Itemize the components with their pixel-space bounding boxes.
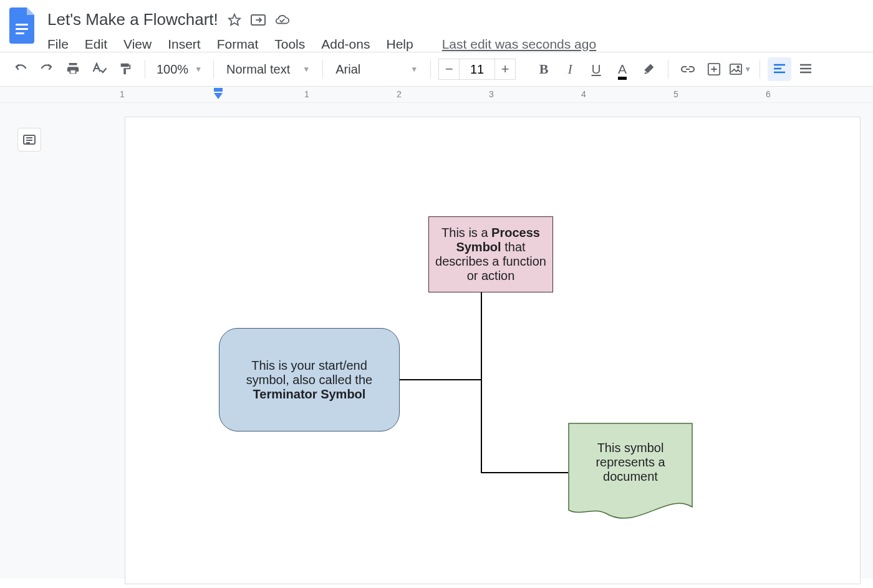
svg-rect-1: [16, 28, 28, 30]
menu-tools[interactable]: Tools: [274, 37, 305, 52]
menu-addons[interactable]: Add-ons: [321, 37, 370, 52]
ruler-label: 1: [120, 89, 125, 99]
text-color-button[interactable]: A: [610, 57, 634, 81]
svg-rect-2: [16, 32, 24, 34]
svg-rect-8: [214, 88, 223, 92]
connector-line: [481, 292, 482, 473]
horizontal-ruler[interactable]: 1 1 2 3 4 5 6: [0, 87, 873, 103]
workspace: This is your start/end symbol, also call…: [0, 103, 873, 579]
undo-button[interactable]: [9, 57, 32, 81]
star-icon[interactable]: [227, 12, 242, 27]
separator: [760, 60, 760, 79]
indent-marker-icon[interactable]: [213, 88, 224, 102]
terminator-shape[interactable]: This is your start/end symbol, also call…: [219, 328, 400, 431]
left-gutter: [0, 103, 125, 579]
align-left-button[interactable]: [768, 57, 791, 81]
font-size-input[interactable]: [460, 59, 494, 80]
zoom-select[interactable]: 100% ▼: [153, 62, 206, 77]
separator: [322, 60, 323, 79]
spellcheck-button[interactable]: [87, 57, 111, 81]
menu-edit[interactable]: Edit: [85, 37, 107, 52]
separator: [668, 60, 668, 79]
chevron-down-icon: ▼: [410, 65, 418, 74]
menu-insert[interactable]: Insert: [168, 37, 201, 52]
insert-image-button[interactable]: ▼: [728, 57, 752, 81]
ruler-label: 3: [489, 89, 494, 99]
font-family-select[interactable]: Arial ▼: [330, 62, 423, 77]
zoom-value: 100%: [157, 62, 188, 77]
menu-view[interactable]: View: [123, 37, 152, 52]
connector-line: [400, 379, 481, 380]
connector-line: [481, 472, 568, 473]
paint-format-button[interactable]: [113, 57, 137, 81]
toolbar: 100% ▼ Normal text ▼ Arial ▼ − + B I U A…: [0, 52, 873, 87]
print-button[interactable]: [61, 57, 85, 81]
ruler-label: 5: [673, 89, 678, 99]
highlight-color-button[interactable]: [637, 57, 660, 81]
insert-link-button[interactable]: [676, 57, 700, 81]
document-shape[interactable]: This symbol represents a document: [568, 423, 693, 515]
font-size-increase-button[interactable]: +: [494, 59, 516, 80]
ruler-label: 2: [397, 89, 402, 99]
ruler-label: 1: [304, 89, 309, 99]
svg-rect-6: [730, 64, 741, 74]
svg-marker-3: [229, 14, 240, 24]
underline-button[interactable]: U: [584, 57, 608, 81]
add-comment-button[interactable]: [702, 57, 726, 81]
font-size-decrease-button[interactable]: −: [438, 59, 460, 80]
menu-format[interactable]: Format: [217, 37, 259, 52]
svg-point-7: [737, 66, 739, 68]
chevron-down-icon: ▼: [302, 65, 310, 74]
menu-file[interactable]: File: [47, 37, 69, 52]
process-text: This is a Process Symbol that describes …: [435, 226, 546, 283]
font-size-control: − +: [438, 59, 516, 80]
svg-marker-9: [214, 93, 223, 99]
style-value: Normal text: [226, 62, 290, 77]
document-title[interactable]: Let's Make a Flowchart!: [47, 10, 218, 29]
document-text: This symbol represents a document: [568, 423, 693, 515]
move-folder-icon[interactable]: [251, 12, 266, 27]
title-row: Let's Make a Flowchart!: [47, 10, 866, 29]
document-outline-button[interactable]: [17, 128, 41, 152]
terminator-text: This is your start/end symbol, also call…: [232, 359, 387, 402]
italic-button[interactable]: I: [558, 57, 582, 81]
separator: [430, 60, 431, 79]
menu-help[interactable]: Help: [386, 37, 413, 52]
separator: [213, 60, 214, 79]
chevron-down-icon: ▼: [195, 65, 202, 74]
last-edit-link[interactable]: Last edit was seconds ago: [442, 37, 597, 52]
font-value: Arial: [335, 62, 360, 77]
menu-bar: File Edit View Insert Format Tools Add-o…: [47, 37, 866, 52]
doc-info: Let's Make a Flowchart! File Edit View I…: [47, 5, 866, 52]
bold-button[interactable]: B: [532, 57, 556, 81]
docs-logo-icon[interactable]: [7, 5, 39, 46]
document-page[interactable]: This is your start/end symbol, also call…: [125, 117, 861, 584]
redo-button[interactable]: [35, 57, 59, 81]
separator: [145, 60, 145, 79]
cloud-status-icon[interactable]: [274, 12, 289, 27]
ruler-label: 4: [581, 89, 586, 99]
process-shape[interactable]: This is a Process Symbol that describes …: [428, 216, 553, 292]
align-more-button[interactable]: [794, 57, 818, 81]
svg-rect-0: [16, 24, 28, 26]
app-header: Let's Make a Flowchart! File Edit View I…: [0, 0, 873, 52]
chevron-down-icon: ▼: [744, 65, 751, 74]
paragraph-style-select[interactable]: Normal text ▼: [221, 62, 315, 77]
ruler-label: 6: [766, 89, 771, 99]
